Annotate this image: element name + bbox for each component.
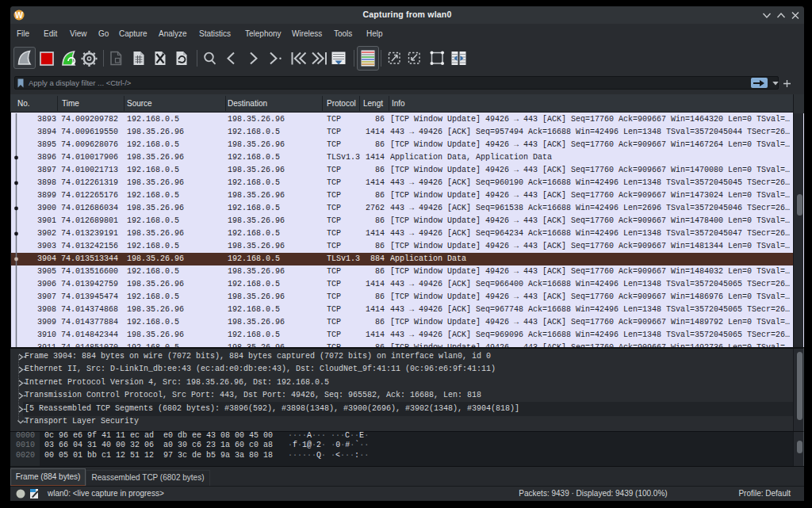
svg-text:W: W: [15, 10, 23, 20]
